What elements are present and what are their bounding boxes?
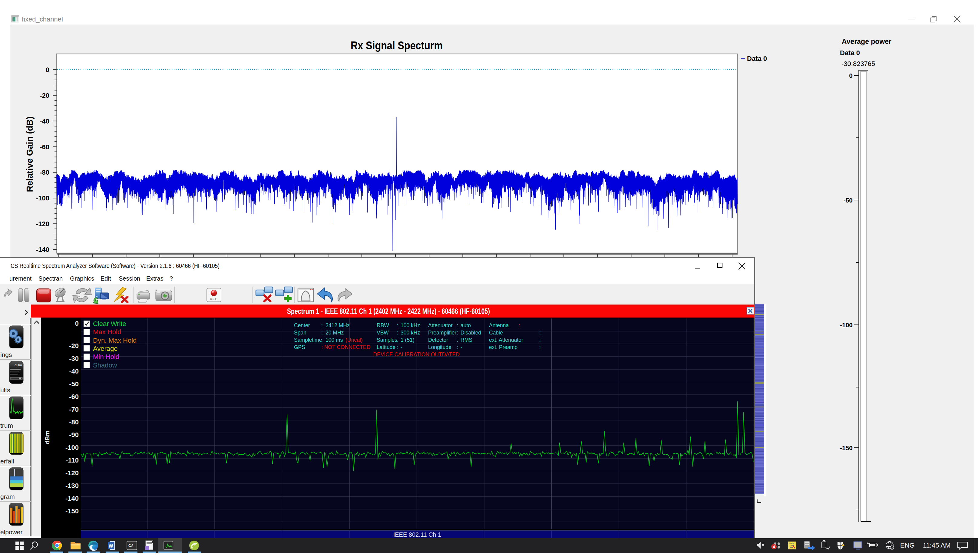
svg-text:100 kHz: 100 kHz: [401, 322, 420, 328]
svg-text:RBW: RBW: [377, 322, 389, 328]
svg-text:Rx Signal Specturm: Rx Signal Specturm: [350, 39, 443, 52]
svg-text:(Uncal): (Uncal): [345, 337, 362, 343]
svg-text:-150: -150: [65, 507, 79, 515]
svg-text:GPS: GPS: [294, 344, 305, 350]
svg-text:Samples: Samples: [377, 337, 397, 343]
svg-text:-: -: [461, 344, 462, 350]
svg-text:-80: -80: [40, 168, 49, 176]
svg-text:300 kHz: 300 kHz: [401, 330, 420, 336]
svg-text:0: 0: [75, 320, 79, 327]
svg-text:-120: -120: [65, 469, 79, 477]
svg-text:-70: -70: [69, 406, 79, 413]
svg-text:elpower: elpower: [0, 528, 23, 535]
svg-text:-30: -30: [69, 355, 79, 362]
svg-text::: :: [397, 337, 399, 343]
svg-text:Clear Write: Clear Write: [93, 320, 126, 328]
svg-text:dBm: dBm: [15, 363, 22, 367]
svg-text:100 ms: 100 ms: [325, 337, 343, 343]
svg-text:-150: -150: [840, 444, 853, 451]
svg-text:Cable: Cable: [489, 330, 503, 336]
svg-text:-100: -100: [36, 194, 49, 202]
svg-text:2412 MHz: 2412 MHz: [325, 322, 350, 328]
svg-text::: :: [539, 344, 541, 350]
svg-text:11:45 AM: 11:45 AM: [923, 542, 950, 549]
svg-text:-60: -60: [69, 393, 79, 400]
svg-text:ings: ings: [0, 351, 12, 358]
svg-text:Dyn. Max Hold: Dyn. Max Hold: [93, 337, 137, 344]
svg-text:VISA: VISA: [789, 542, 794, 545]
svg-text:0: 0: [849, 72, 853, 79]
svg-text:-80: -80: [69, 418, 79, 426]
svg-text:Attenuator: Attenuator: [428, 322, 453, 328]
svg-text:-: -: [401, 344, 402, 350]
svg-text:Center: Center: [294, 322, 310, 328]
svg-text::: :: [321, 322, 323, 328]
svg-text:Longitude: Longitude: [428, 344, 451, 350]
svg-text:Min Hold: Min Hold: [93, 353, 119, 360]
svg-text:Disabled: Disabled: [461, 330, 481, 336]
svg-text:ults: ults: [0, 387, 10, 393]
svg-text::: :: [397, 330, 399, 336]
svg-text:-110: -110: [66, 457, 79, 464]
svg-text::: :: [539, 330, 541, 336]
svg-text:ext. Preamp: ext. Preamp: [489, 344, 517, 350]
svg-text:Span: Span: [294, 330, 306, 336]
svg-text:20 MHz: 20 MHz: [325, 330, 344, 336]
svg-text:gram: gram: [0, 493, 15, 500]
svg-text:-140: -140: [65, 495, 79, 502]
svg-text:VBW: VBW: [377, 330, 389, 336]
svg-text:-140: -140: [36, 246, 49, 253]
svg-text:Sampletime: Sampletime: [294, 337, 322, 343]
svg-text:trum: trum: [0, 422, 13, 429]
svg-text:Data 0: Data 0: [747, 55, 767, 62]
svg-text:W: W: [108, 543, 113, 548]
svg-text:1 (51): 1 (51): [401, 337, 414, 343]
svg-text::: :: [519, 322, 520, 328]
svg-text:Antenna: Antenna: [489, 322, 509, 328]
svg-text::: :: [397, 344, 399, 350]
svg-text:Max Hold: Max Hold: [93, 328, 121, 336]
svg-text:-40: -40: [69, 367, 79, 375]
svg-text:DEVICE CALIBRATION OUTDATED: DEVICE CALIBRATION OUTDATED: [373, 352, 459, 357]
svg-text::: :: [321, 337, 323, 343]
svg-text:: NOT CONNECTED: : NOT CONNECTED: [321, 344, 370, 350]
svg-text:auto: auto: [461, 322, 471, 328]
svg-text:Preamplifier: Preamplifier: [428, 330, 457, 336]
svg-text::: :: [457, 337, 459, 343]
svg-text:dBm: dBm: [44, 431, 50, 444]
svg-text::: :: [397, 322, 399, 328]
svg-text:-60: -60: [40, 143, 49, 151]
svg-text:-100: -100: [65, 444, 79, 451]
svg-text::: :: [321, 330, 323, 336]
svg-text:REC: REC: [210, 297, 218, 301]
svg-text:-100: -100: [840, 322, 853, 328]
svg-text::: :: [457, 344, 459, 350]
svg-text:IEEE 802.11 Ch 1: IEEE 802.11 Ch 1: [393, 531, 441, 538]
svg-text::: :: [539, 337, 541, 343]
svg-text:Latitude: Latitude: [377, 344, 396, 350]
svg-text::: :: [457, 330, 459, 336]
svg-text:Detector: Detector: [428, 337, 448, 343]
svg-text:-130: -130: [65, 482, 79, 490]
svg-text:RMS: RMS: [461, 337, 472, 343]
svg-text:-40: -40: [40, 117, 49, 125]
svg-text:erfall: erfall: [0, 458, 14, 465]
svg-text:-20: -20: [40, 92, 49, 99]
svg-text:0: 0: [46, 66, 49, 73]
svg-text::: :: [457, 322, 459, 328]
svg-text:-90: -90: [69, 431, 79, 438]
svg-text:-50: -50: [844, 197, 853, 204]
svg-text:ext. Attenuator: ext. Attenuator: [489, 337, 523, 343]
svg-text:4: 4: [773, 545, 775, 549]
svg-text:-20: -20: [69, 342, 79, 350]
svg-text:ENG: ENG: [900, 542, 915, 549]
svg-text:-50: -50: [69, 380, 79, 388]
svg-text:Shadow: Shadow: [93, 362, 117, 369]
svg-text:C:\: C:\: [129, 544, 134, 548]
svg-text:Average: Average: [93, 345, 118, 352]
svg-text:-120: -120: [36, 220, 49, 228]
